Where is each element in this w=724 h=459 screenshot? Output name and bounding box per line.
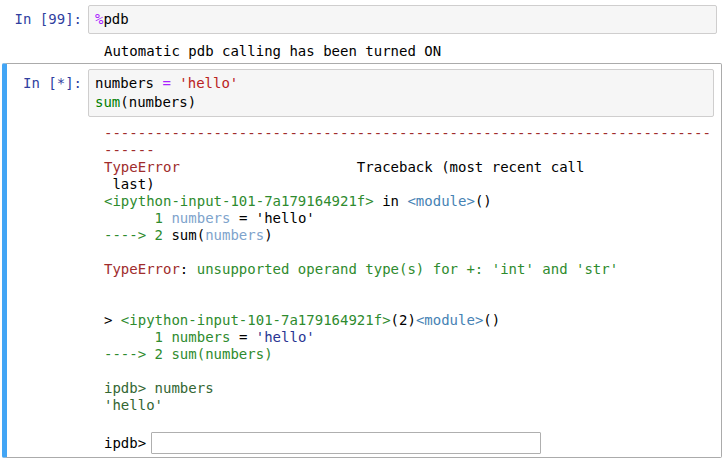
code-editor[interactable]: %pdb xyxy=(88,5,717,34)
stdout-text: Automatic pdb calling has been turned ON xyxy=(104,42,724,61)
code-cell-selected[interactable]: In [*]: numbers = 'hello'sum(numbers) --… xyxy=(2,63,722,458)
input-area: In [99]: %pdb xyxy=(0,5,724,34)
ipdb-input[interactable] xyxy=(151,432,541,454)
input-prompt: In [*]: xyxy=(7,69,88,93)
ipdb-prompt-label: ipdb> xyxy=(104,435,146,451)
traceback-output: ----------------------------------------… xyxy=(104,125,714,431)
notebook-page: In [99]: %pdb Automatic pdb calling has … xyxy=(0,0,724,459)
input-area: In [*]: numbers = 'hello'sum(numbers) xyxy=(7,69,714,117)
input-prompt: In [99]: xyxy=(0,5,88,29)
code-editor[interactable]: numbers = 'hello'sum(numbers) xyxy=(88,69,714,117)
ipdb-input-row: ipdb> xyxy=(104,431,714,455)
code-cell-pdb-magic: In [99]: %pdb Automatic pdb calling has … xyxy=(0,5,724,61)
